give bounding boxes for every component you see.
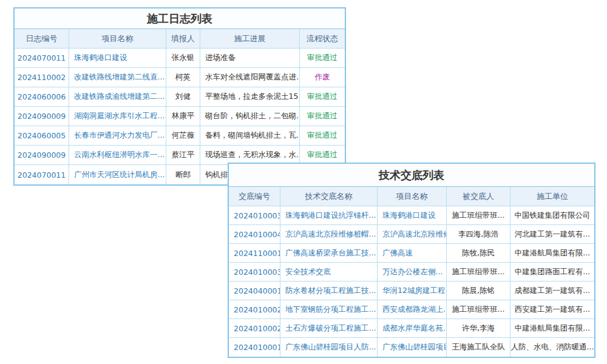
log-table-row: 2024060006 改建铁路成渝线增建第二... 刘健 平整场地，拉走多余泥土…	[15, 87, 345, 107]
tech-unit-text: 中国铁建集团有限公司	[510, 206, 594, 225]
log-progress-text: 备料，砌间墙钩机排土，瓦...	[200, 126, 300, 146]
log-table-row: 2024060005 长春市伊通河水力发电厂... 何芷薇 备料，砌间墙钩机排土…	[15, 126, 345, 146]
tech-disclosure-panel: 技术交底列表 交底编号 技术交底名称 项目名称 被交底人 施工单位 202401…	[228, 163, 595, 358]
tech-table-row: 2024010001 广东佛山碧桂园项目人防... 广东佛山碧桂园项目 王海施工…	[229, 338, 594, 357]
log-col-header-reporter: 填报人	[166, 29, 200, 49]
tech-col-header-project: 项目名称	[378, 187, 447, 206]
log-col-header-status: 流程状态	[300, 29, 345, 49]
tech-project-link[interactable]: 华润12城房建工程...	[378, 281, 447, 300]
tech-id-link[interactable]: 2024010001	[229, 338, 280, 357]
tech-project-link[interactable]: 广东佛山碧桂园项目	[378, 338, 447, 357]
tech-person-text: 施工班组带班...	[447, 300, 510, 319]
tech-unit-text: 成都建工第一建筑有...	[510, 281, 594, 300]
log-id-link[interactable]: 2024060005	[15, 126, 69, 146]
tech-unit-text: 中建集团路面工程有...	[510, 263, 594, 281]
tech-name-link[interactable]: 安全技术交底	[280, 263, 378, 281]
tech-id-link[interactable]: 2024010002	[229, 300, 280, 319]
log-id-link[interactable]: 2024090009	[15, 146, 69, 165]
tech-table-row: 2024110001 广佛高速桥梁承台施工技... 广佛高速 陈牧,陈民 中建港…	[229, 244, 594, 263]
log-project-link[interactable]: 湖南洞庭湖水库引水工程...	[69, 107, 166, 126]
log-status-badge: 审批通过	[300, 87, 345, 107]
tech-id-link[interactable]: 2024010002	[229, 319, 280, 338]
construction-log-panel: 施工日志列表 日志编号 项目名称 填报人 施工进展 流程状态 202407001…	[13, 7, 346, 186]
tech-project-link[interactable]: 万达办公楼左侧...	[378, 263, 447, 281]
log-col-header-id: 日志编号	[15, 29, 69, 49]
log-reporter-text: 张永银	[166, 49, 200, 68]
tech-id-link[interactable]: 2024010003	[229, 263, 280, 281]
log-progress-text: 砌台阶，钩机排土，二包砌...	[200, 107, 300, 126]
tech-col-header-person: 被交底人	[447, 187, 510, 206]
tech-person-text: 李四海,陈浩	[447, 225, 510, 244]
log-table-row: 2024110002 改建铁路线增建第二线直... 柯英 水车对全线遮阳网覆盖点…	[15, 68, 345, 87]
log-col-header-project: 项目名称	[69, 29, 166, 49]
tech-table-row: 2024010002 地下室钢筋分项工程施工... 西安成都路龙湖上... 施工…	[229, 300, 594, 319]
log-header-row: 日志编号 项目名称 填报人 施工进展 流程状态	[15, 29, 345, 49]
tech-header-row: 交底编号 技术交底名称 项目名称 被交底人 施工单位	[229, 187, 594, 206]
tech-table-row: 2024010003 珠海鹤港口建设抗浮锚杆... 珠海鹤港口建设 施工班组带班…	[229, 206, 594, 225]
tech-person-text: 施工班组带班...	[447, 263, 510, 281]
tech-project-link[interactable]: 京沪高速北京段维修	[378, 225, 447, 244]
tech-unit-text: 河北建工第一建筑有...	[510, 225, 594, 244]
tech-name-link[interactable]: 珠海鹤港口建设抗浮锚杆...	[280, 206, 378, 225]
tech-table-row: 2024010003 安全技术交底 万达办公楼左侧... 施工班组带班... 中…	[229, 263, 594, 281]
log-status-badge: 审批通过	[300, 126, 345, 146]
log-reporter-text: 林康平	[166, 107, 200, 126]
tech-disclosure-table: 交底编号 技术交底名称 项目名称 被交底人 施工单位 2024010003 珠海…	[229, 187, 594, 357]
construction-log-title: 施工日志列表	[15, 8, 345, 29]
log-status-badge: 作废	[300, 68, 345, 87]
log-id-link[interactable]: 2024070011	[15, 165, 69, 184]
tech-table-row: 2024010002 土石方爆破分项工程施工... 成都水岸华庭名苑... 许华…	[229, 319, 594, 338]
tech-name-link[interactable]: 防水卷材分项工程施工技...	[280, 281, 378, 300]
tech-col-header-id: 交底编号	[229, 187, 280, 206]
log-progress-text: 进场准备	[200, 49, 300, 68]
log-col-header-progress: 施工进展	[200, 29, 300, 49]
tech-person-text: 陈晨,陈铭	[447, 281, 510, 300]
tech-unit-text: 西安建工第一建筑有...	[510, 300, 594, 319]
log-id-link[interactable]: 2024090009	[15, 107, 69, 126]
log-project-link[interactable]: 珠海鹤港口建设	[69, 49, 166, 68]
tech-name-link[interactable]: 京沪高速北京段维修桩帽...	[280, 225, 378, 244]
tech-id-link[interactable]: 2024010003	[229, 206, 280, 225]
log-reporter-text: 柯英	[166, 68, 200, 87]
log-reporter-text: 刘健	[166, 87, 200, 107]
log-id-link[interactable]: 2024110002	[15, 68, 69, 87]
tech-name-link[interactable]: 广佛高速桥梁承台施工技...	[280, 244, 378, 263]
tech-person-text: 许华,李海	[447, 319, 510, 338]
log-id-link[interactable]: 2024070011	[15, 49, 69, 68]
log-project-link[interactable]: 改建铁路成渝线增建第二...	[69, 87, 166, 107]
tech-id-link[interactable]: 2024110001	[229, 244, 280, 263]
tech-person-text: 施工班组带班...	[447, 206, 510, 225]
tech-project-link[interactable]: 成都水岸华庭名苑...	[378, 319, 447, 338]
tech-id-link[interactable]: 2024040001	[229, 281, 280, 300]
log-progress-text: 平整场地，拉走多余泥土15...	[200, 87, 300, 107]
tech-unit-text: 人防、水电、消防暖通...	[510, 338, 594, 357]
log-project-link[interactable]: 改建铁路线增建第二线直...	[69, 68, 166, 87]
tech-col-header-unit: 施工单位	[510, 187, 594, 206]
log-progress-text: 水车对全线遮阳网覆盖点进...	[200, 68, 300, 87]
tech-table-row: 2024010004 京沪高速北京段维修桩帽... 京沪高速北京段维修 李四海,…	[229, 225, 594, 244]
log-status-badge: 审批通过	[300, 107, 345, 126]
log-status-badge: 审批通过	[300, 49, 345, 68]
log-reporter-text: 断郎	[166, 165, 200, 184]
log-table-row: 2024090009 湖南洞庭湖水库引水工程... 林康平 砌台阶，钩机排土，二…	[15, 107, 345, 126]
log-table-row: 2024070011 珠海鹤港口建设 张永银 进场准备 审批通过	[15, 49, 345, 68]
construction-log-table: 日志编号 项目名称 填报人 施工进展 流程状态 2024070011 珠海鹤港口…	[15, 29, 345, 184]
tech-unit-text: 中建港航局集团有限...	[510, 244, 594, 263]
tech-project-link[interactable]: 珠海鹤港口建设	[378, 206, 447, 225]
log-project-link[interactable]: 云南水利枢纽潜明水库一...	[69, 146, 166, 165]
tech-id-link[interactable]: 2024010004	[229, 225, 280, 244]
tech-disclosure-title: 技术交底列表	[229, 164, 594, 187]
tech-name-link[interactable]: 广东佛山碧桂园项目人防...	[280, 338, 378, 357]
log-id-link[interactable]: 2024060006	[15, 87, 69, 107]
tech-table-row: 2024040001 防水卷材分项工程施工技... 华润12城房建工程... 陈…	[229, 281, 594, 300]
tech-name-link[interactable]: 土石方爆破分项工程施工...	[280, 319, 378, 338]
tech-person-text: 陈牧,陈民	[447, 244, 510, 263]
log-project-link[interactable]: 广州市天河区统计局机房...	[69, 165, 166, 184]
tech-project-link[interactable]: 广佛高速	[378, 244, 447, 263]
tech-col-header-name: 技术交底名称	[280, 187, 378, 206]
log-project-link[interactable]: 长春市伊通河水力发电厂...	[69, 126, 166, 146]
tech-name-link[interactable]: 地下室钢筋分项工程施工...	[280, 300, 378, 319]
log-reporter-text: 蔡江平	[166, 146, 200, 165]
tech-project-link[interactable]: 西安成都路龙湖上...	[378, 300, 447, 319]
tech-unit-text: 中建港航局集团有限...	[510, 319, 594, 338]
